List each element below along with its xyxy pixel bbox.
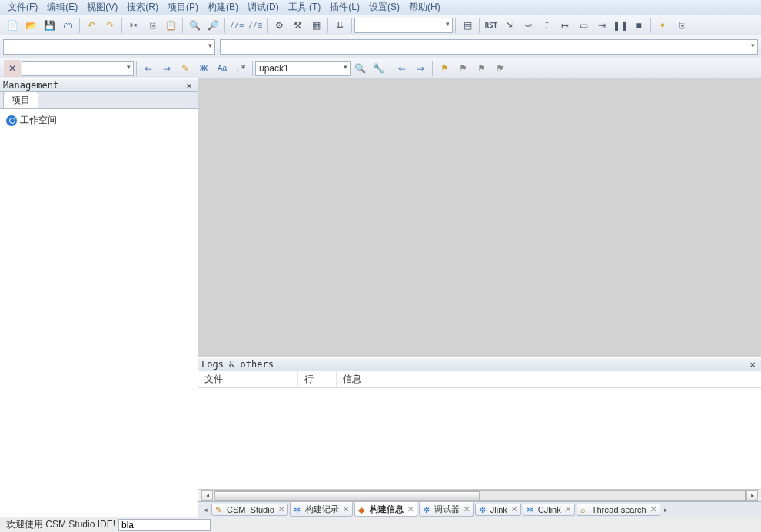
close-icon[interactable]: ✕ — [407, 505, 414, 514]
gear-icon: ✲ — [527, 505, 536, 514]
menu-settings[interactable]: 设置(S) — [364, 1, 404, 14]
new-file-icon[interactable]: 📄 — [4, 17, 21, 34]
bookmark-toggle-icon[interactable]: ⚑ — [436, 60, 453, 77]
stop-icon[interactable]: ■ — [630, 17, 647, 34]
match-case-icon[interactable]: ⌘ — [195, 60, 212, 77]
download-icon[interactable]: ⇊ — [331, 17, 348, 34]
close-icon[interactable]: ✕ — [650, 505, 656, 514]
next-icon[interactable]: ⇥ — [593, 17, 610, 34]
close-icon[interactable]: ✕ — [511, 505, 517, 514]
step-into-icon[interactable]: ⇲ — [501, 17, 518, 34]
comment-icon[interactable]: //≡ — [228, 17, 245, 34]
menu-plugins[interactable]: 插件(L) — [325, 1, 364, 14]
redo-icon[interactable]: ↷ — [101, 17, 118, 34]
menu-edit[interactable]: 编辑(E) — [42, 1, 82, 14]
tab-cjlink[interactable]: ✲CJlink✕ — [523, 504, 575, 516]
tab-jlink[interactable]: ✲Jlink✕ — [475, 504, 521, 516]
toolbar-scope — [0, 35, 761, 58]
tabs-scroll-left-icon[interactable]: ◂ — [200, 504, 211, 516]
scope-dropdown-right[interactable] — [220, 39, 758, 55]
menu-file[interactable]: 文件(F) — [3, 1, 42, 14]
step-out-icon[interactable]: ⤴ — [538, 17, 555, 34]
menu-help[interactable]: 帮助(H) — [404, 1, 445, 14]
rebuild-icon[interactable]: ⚒ — [289, 17, 306, 34]
bookmark-next-icon[interactable]: ⚑ — [473, 60, 490, 77]
tabs-scroll-right-icon[interactable]: ▸ — [661, 504, 672, 516]
cut-icon[interactable]: ✂ — [125, 17, 142, 34]
notes-icon[interactable]: ▤ — [459, 17, 476, 34]
tab-project[interactable]: 项目 — [3, 91, 38, 108]
tab-debugger[interactable]: ✲调试器✕ — [419, 502, 474, 517]
tab-build-log[interactable]: ✲构建记录✕ — [290, 502, 353, 517]
bookmark-prev-icon[interactable]: ⚑ — [454, 60, 471, 77]
close-icon[interactable]: ✕ — [184, 80, 194, 91]
save-all-icon[interactable]: 🗃 — [59, 17, 76, 34]
build-all-icon[interactable]: ▦ — [307, 17, 324, 34]
scroll-track[interactable] — [214, 490, 746, 501]
reset-icon[interactable]: RST — [483, 17, 500, 34]
nav-forward-icon[interactable]: ⇒ — [412, 60, 429, 77]
close-icon[interactable]: ✕ — [747, 359, 758, 370]
tree-root-workspace[interactable]: 工作空间 — [6, 114, 191, 127]
scroll-left-icon[interactable]: ◂ — [201, 490, 213, 501]
close-icon[interactable]: ✕ — [343, 505, 349, 514]
tab-csm-studio[interactable]: ✎CSM_Studio✕ — [211, 504, 288, 516]
build-icon[interactable]: ⚙ — [271, 17, 287, 34]
tab-thread-search[interactable]: ⌕Thread search✕ — [577, 504, 660, 516]
close-icon[interactable]: ✕ — [565, 505, 571, 514]
logs-body — [198, 388, 761, 489]
open-file-icon[interactable]: 📂 — [22, 17, 39, 34]
search-options-icon[interactable]: 🔧 — [370, 60, 387, 77]
menu-view[interactable]: 视图(V) — [82, 1, 122, 14]
find-icon[interactable]: 🔍 — [186, 17, 203, 34]
scroll-right-icon[interactable]: ▸ — [746, 490, 758, 501]
undo-icon[interactable]: ↶ — [83, 17, 100, 34]
uncomment-icon[interactable]: //≣ — [247, 17, 264, 34]
exit-debug-icon[interactable]: ⎘ — [673, 17, 690, 34]
continue-icon[interactable]: ▭ — [575, 17, 592, 34]
copy-icon[interactable]: ⎘ — [144, 17, 161, 34]
search-term-dropdown[interactable] — [22, 61, 134, 76]
menu-tools[interactable]: 工具 (T) — [284, 1, 326, 14]
highlight-icon[interactable]: ✎ — [177, 60, 194, 77]
menu-debug[interactable]: 调试(D) — [243, 1, 284, 14]
tab-build-info[interactable]: ◆构建信息✕ — [354, 502, 417, 517]
menu-bar: 文件(F) 编辑(E) 视图(V) 搜索(R) 项目(P) 构建(B) 调试(D… — [0, 0, 761, 15]
paste-icon[interactable]: 📋 — [162, 17, 179, 34]
search-go-icon[interactable]: 🔍 — [351, 60, 368, 77]
close-icon[interactable]: ✕ — [464, 505, 470, 514]
logs-scrollbar: ◂ ▸ — [198, 489, 761, 501]
col-file[interactable]: 文件 — [198, 371, 298, 387]
menu-build[interactable]: 构建(B) — [203, 1, 243, 14]
menu-search[interactable]: 搜索(R) — [122, 1, 163, 14]
col-info[interactable]: 信息 — [337, 371, 761, 387]
tab-label: Jlink — [490, 505, 507, 514]
close-icon[interactable]: ✕ — [278, 505, 284, 514]
save-icon[interactable]: 💾 — [41, 17, 58, 34]
find-replace-icon[interactable]: 🔎 — [204, 17, 221, 34]
search-next-icon[interactable]: ⇒ — [158, 60, 175, 77]
target-dropdown[interactable] — [354, 18, 453, 33]
scroll-thumb[interactable] — [214, 491, 480, 500]
regex-icon[interactable]: .* — [232, 60, 249, 77]
pause-icon[interactable]: ❚❚ — [612, 17, 629, 34]
scope-dropdown-left[interactable] — [3, 39, 215, 55]
project-tree[interactable]: 工作空间 — [0, 109, 198, 517]
col-line[interactable]: 行 — [298, 371, 337, 387]
logs-columns: 文件 行 信息 — [198, 371, 761, 388]
menu-project[interactable]: 项目(P) — [163, 1, 203, 14]
gear-icon: ✲ — [294, 505, 303, 514]
nav-back-icon[interactable]: ⇐ — [394, 60, 410, 77]
gear-icon: ✲ — [423, 505, 432, 514]
search-prev-icon[interactable]: ⇐ — [140, 60, 157, 77]
tab-label: 构建记录 — [305, 504, 339, 515]
status-input[interactable] — [118, 519, 211, 531]
step-over-icon[interactable]: ⤻ — [520, 17, 537, 34]
tree-root-label: 工作空间 — [20, 114, 57, 127]
settings-icon[interactable]: ✦ — [654, 17, 671, 34]
run-to-cursor-icon[interactable]: ↦ — [557, 17, 573, 34]
close-search-icon[interactable]: ✕ — [4, 60, 21, 77]
whole-word-icon[interactable]: Aa — [214, 60, 231, 77]
search-target-dropdown[interactable]: upack1 — [255, 61, 351, 76]
bookmark-clear-icon[interactable]: ⚑̷ — [491, 60, 508, 77]
